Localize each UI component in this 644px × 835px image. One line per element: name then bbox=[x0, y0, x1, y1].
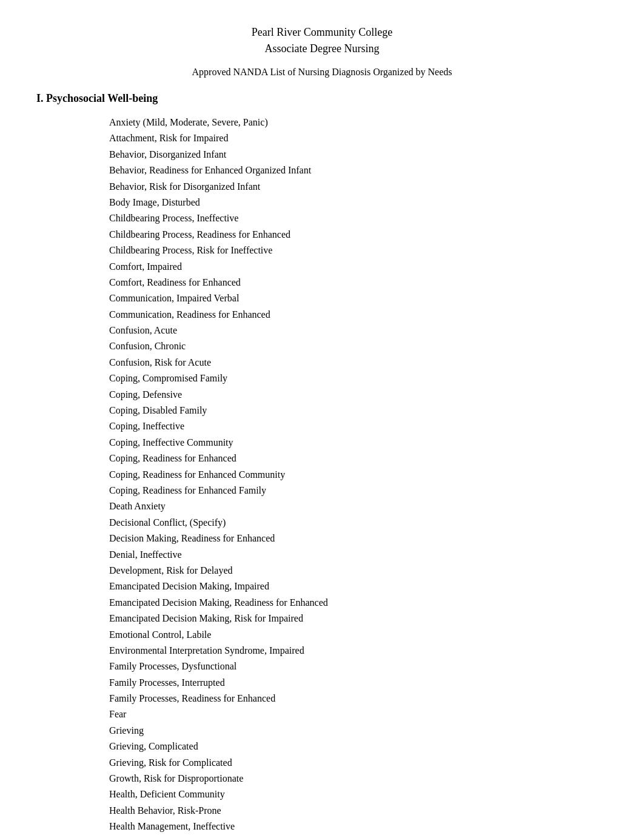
list-item: Body Image, Disturbed bbox=[109, 195, 608, 210]
list-item: Attachment, Risk for Impaired bbox=[109, 130, 608, 146]
list-item: Coping, Ineffective bbox=[109, 418, 608, 434]
list-item: Coping, Readiness for Enhanced Family bbox=[109, 483, 608, 498]
list-item: Communication, Readiness for Enhanced bbox=[109, 307, 608, 323]
list-item: Confusion, Acute bbox=[109, 323, 608, 338]
list-item: Grieving, Complicated bbox=[109, 739, 608, 754]
list-item: Grieving, Risk for Complicated bbox=[109, 755, 608, 771]
list-item: Family Processes, Readiness for Enhanced bbox=[109, 691, 608, 706]
list-item: Coping, Compromised Family bbox=[109, 371, 608, 386]
list-item: Emancipated Decision Making, Risk for Im… bbox=[109, 611, 608, 626]
college-name: Pearl River Community College bbox=[36, 24, 608, 41]
list-item: Emancipated Decision Making, Impaired bbox=[109, 578, 608, 594]
list-item: Fear bbox=[109, 706, 608, 722]
list-item: Death Anxiety bbox=[109, 498, 608, 514]
list-item: Growth, Risk for Disproportionate bbox=[109, 771, 608, 786]
list-item: Behavior, Readiness for Enhanced Organiz… bbox=[109, 163, 608, 178]
list-item: Behavior, Risk for Disorganized Infant bbox=[109, 179, 608, 195]
list-item: Anxiety (Mild, Moderate, Severe, Panic) bbox=[109, 115, 608, 130]
list-item: Behavior, Disorganized Infant bbox=[109, 147, 608, 163]
section-heading: I. Psychosocial Well-being bbox=[36, 92, 608, 105]
document-subtitle: Approved NANDA List of Nursing Diagnosis… bbox=[36, 67, 608, 78]
list-item: Childbearing Process, Ineffective bbox=[109, 210, 608, 226]
list-item: Coping, Disabled Family bbox=[109, 403, 608, 418]
list-item: Health, Deficient Community bbox=[109, 786, 608, 802]
list-item: Coping, Defensive bbox=[109, 387, 608, 403]
list-item: Denial, Ineffective bbox=[109, 547, 608, 563]
list-item: Coping, Readiness for Enhanced bbox=[109, 451, 608, 466]
list-item: Comfort, Readiness for Enhanced bbox=[109, 275, 608, 290]
list-item: Confusion, Chronic bbox=[109, 338, 608, 354]
list-item: Coping, Readiness for Enhanced Community bbox=[109, 467, 608, 483]
list-item: Confusion, Risk for Acute bbox=[109, 355, 608, 371]
list-item: Family Processes, Interrupted bbox=[109, 675, 608, 691]
list-item: Emotional Control, Labile bbox=[109, 627, 608, 643]
list-item: Health Behavior, Risk-Prone bbox=[109, 803, 608, 819]
list-item: Development, Risk for Delayed bbox=[109, 563, 608, 578]
list-item: Family Processes, Dysfunctional bbox=[109, 659, 608, 674]
list-item: Childbearing Process, Readiness for Enha… bbox=[109, 227, 608, 243]
list-item: Health Management, Ineffective bbox=[109, 819, 608, 834]
list-item: Communication, Impaired Verbal bbox=[109, 290, 608, 306]
list-item: Decision Making, Readiness for Enhanced bbox=[109, 531, 608, 546]
list-item: Comfort, Impaired bbox=[109, 259, 608, 275]
page-header: Pearl River Community College Associate … bbox=[36, 24, 608, 78]
list-item: Coping, Ineffective Community bbox=[109, 435, 608, 451]
program-name: Associate Degree Nursing bbox=[36, 41, 608, 57]
list-item: Environmental Interpretation Syndrome, I… bbox=[109, 643, 608, 659]
list-item: Childbearing Process, Risk for Ineffecti… bbox=[109, 243, 608, 258]
diagnosis-list: Anxiety (Mild, Moderate, Severe, Panic)A… bbox=[109, 115, 608, 835]
list-item: Emancipated Decision Making, Readiness f… bbox=[109, 595, 608, 611]
list-item: Decisional Conflict, (Specify) bbox=[109, 515, 608, 531]
list-item: Grieving bbox=[109, 723, 608, 739]
